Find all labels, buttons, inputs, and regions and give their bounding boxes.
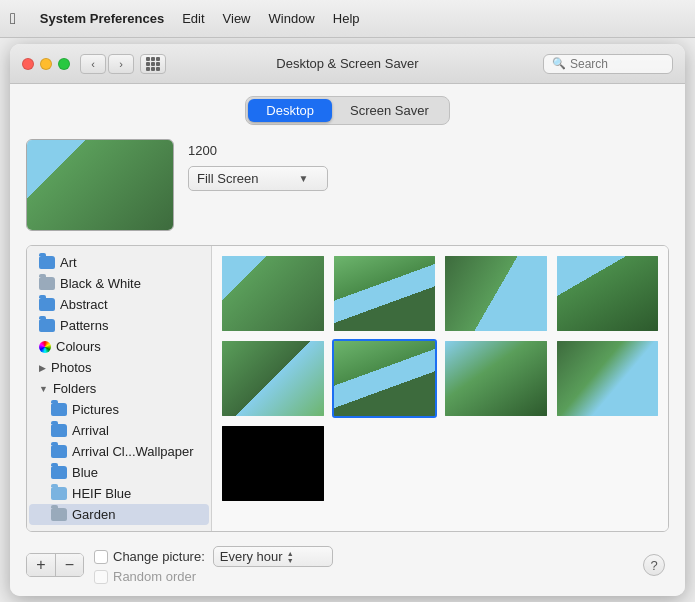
main-body: Art Black & White Abstract Patterns Colo… <box>26 245 669 532</box>
window-title: Desktop & Screen Saver <box>276 56 418 71</box>
sidebar-item-folders[interactable]: ▼ Folders <box>29 378 209 399</box>
sidebar-item-label: Arrival Cl...Wallpaper <box>72 444 194 459</box>
photo-thumb-2[interactable] <box>332 254 438 333</box>
add-button[interactable]: + <box>27 554 55 576</box>
menu-edit[interactable]: Edit <box>182 11 204 26</box>
sidebar-item-label: Patterns <box>60 318 108 333</box>
folder-icon <box>39 319 55 332</box>
photo-thumb-6[interactable] <box>332 339 438 418</box>
menu-system-preferences[interactable]: System Preferences <box>40 11 164 26</box>
fill-screen-select[interactable]: Fill Screen ▼ <box>188 166 328 191</box>
interval-select[interactable]: Every hour ▲ ▼ <box>213 546 333 567</box>
thumb-image-7 <box>445 341 547 416</box>
search-box[interactable]: 🔍 <box>543 54 673 74</box>
tab-screen-saver[interactable]: Screen Saver <box>332 99 447 122</box>
sidebar-item-label: Folders <box>53 381 96 396</box>
disclosure-open-icon: ▼ <box>39 384 48 394</box>
photo-thumb-7[interactable] <box>443 339 549 418</box>
sidebar-item-label: Arrival <box>72 423 109 438</box>
folder-icon <box>39 298 55 311</box>
sidebar-item-label: Pictures <box>72 402 119 417</box>
segmented-control: Desktop Screen Saver <box>245 96 449 125</box>
window-titlebar: ‹ › Desktop & Screen Saver 🔍 <box>10 44 685 84</box>
colour-icon <box>39 341 51 353</box>
thumb-image-1 <box>222 256 324 331</box>
main-window: ‹ › Desktop & Screen Saver 🔍 Desktop Scr… <box>10 44 685 596</box>
menu-bar:  System Preferences Edit View Window He… <box>0 0 695 38</box>
random-order-label: Random order <box>113 569 196 584</box>
folder-icon <box>39 277 55 290</box>
sidebar-item-heif-blue[interactable]: HEIF Blue <box>29 483 209 504</box>
sidebar-item-black-white[interactable]: Black & White <box>29 273 209 294</box>
back-button[interactable]: ‹ <box>80 54 106 74</box>
sidebar-item-abstract[interactable]: Abstract <box>29 294 209 315</box>
sidebar-item-art[interactable]: Art <box>29 252 209 273</box>
photo-thumb-3[interactable] <box>443 254 549 333</box>
photo-thumb-5[interactable] <box>220 339 326 418</box>
preview-controls: 1200 Fill Screen ▼ <box>188 139 328 191</box>
thumb-image-3 <box>445 256 547 331</box>
sidebar-item-colours[interactable]: Colours <box>29 336 209 357</box>
folder-icon <box>51 487 67 500</box>
fill-screen-arrow-icon: ▼ <box>298 173 308 184</box>
sidebar-item-label: Art <box>60 255 77 270</box>
tab-bar: Desktop Screen Saver <box>26 96 669 125</box>
folder-icon <box>51 445 67 458</box>
sidebar-item-photos[interactable]: ▶ Photos <box>29 357 209 378</box>
thumb-image-2 <box>334 256 436 331</box>
search-input[interactable] <box>570 57 664 71</box>
sidebar-item-garden[interactable]: Garden <box>29 504 209 525</box>
sidebar-item-label: Photos <box>51 360 91 375</box>
nav-buttons: ‹ › <box>80 54 134 74</box>
folder-icon <box>51 424 67 437</box>
change-picture-checkbox[interactable] <box>94 550 108 564</box>
preview-image <box>26 139 174 231</box>
change-picture-label: Change picture: <box>113 549 205 564</box>
sidebar-item-label: Black & White <box>60 276 141 291</box>
help-button[interactable]: ? <box>643 554 665 576</box>
sidebar-item-label: Colours <box>56 339 101 354</box>
sidebar-item-blue[interactable]: Blue <box>29 462 209 483</box>
menu-window[interactable]: Window <box>269 11 315 26</box>
folder-icon <box>51 403 67 416</box>
random-order-checkbox[interactable] <box>94 570 108 584</box>
photo-thumb-9[interactable] <box>220 424 326 503</box>
photo-grid <box>212 246 668 531</box>
minimize-button[interactable] <box>40 58 52 70</box>
forward-button[interactable]: › <box>108 54 134 74</box>
photo-thumb-1[interactable] <box>220 254 326 333</box>
grid-icon <box>146 57 160 71</box>
menu-view[interactable]: View <box>223 11 251 26</box>
interval-label: Every hour <box>220 549 283 564</box>
photo-thumb-4[interactable] <box>555 254 661 333</box>
interval-stepper: ▲ ▼ <box>287 550 294 564</box>
preview-number: 1200 <box>188 143 328 158</box>
sidebar-item-patterns[interactable]: Patterns <box>29 315 209 336</box>
remove-button[interactable]: − <box>55 554 83 576</box>
sidebar-item-arrival-cl[interactable]: Arrival Cl...Wallpaper <box>29 441 209 462</box>
change-picture-row: Change picture: Every hour ▲ ▼ <box>94 546 333 567</box>
sidebar-item-arrival[interactable]: Arrival <box>29 420 209 441</box>
tab-desktop[interactable]: Desktop <box>248 99 332 122</box>
menu-help[interactable]: Help <box>333 11 360 26</box>
maximize-button[interactable] <box>58 58 70 70</box>
bottom-bar: + − Change picture: Every hour ▲ ▼ <box>26 538 669 584</box>
grid-button[interactable] <box>140 54 166 74</box>
preview-row: 1200 Fill Screen ▼ <box>26 139 669 231</box>
sidebar-item-pictures[interactable]: Pictures <box>29 399 209 420</box>
thumb-image-6 <box>334 341 436 416</box>
thumb-image-8 <box>557 341 659 416</box>
sidebar-item-label: Blue <box>72 465 98 480</box>
menu-items:  System Preferences Edit View Window He… <box>10 10 360 28</box>
fill-screen-label: Fill Screen <box>197 171 258 186</box>
apple-menu[interactable]:  <box>10 10 16 28</box>
change-picture-checkbox-label: Change picture: <box>94 549 205 564</box>
folder-icon <box>39 256 55 269</box>
close-button[interactable] <box>22 58 34 70</box>
content-area: Desktop Screen Saver 1200 Fill Screen ▼ <box>10 84 685 596</box>
bottom-controls: Change picture: Every hour ▲ ▼ Random or… <box>94 546 333 584</box>
random-order-row: Random order <box>94 569 333 584</box>
photo-thumb-8[interactable] <box>555 339 661 418</box>
folder-icon <box>51 508 67 521</box>
preview-thumbnail <box>27 140 173 230</box>
